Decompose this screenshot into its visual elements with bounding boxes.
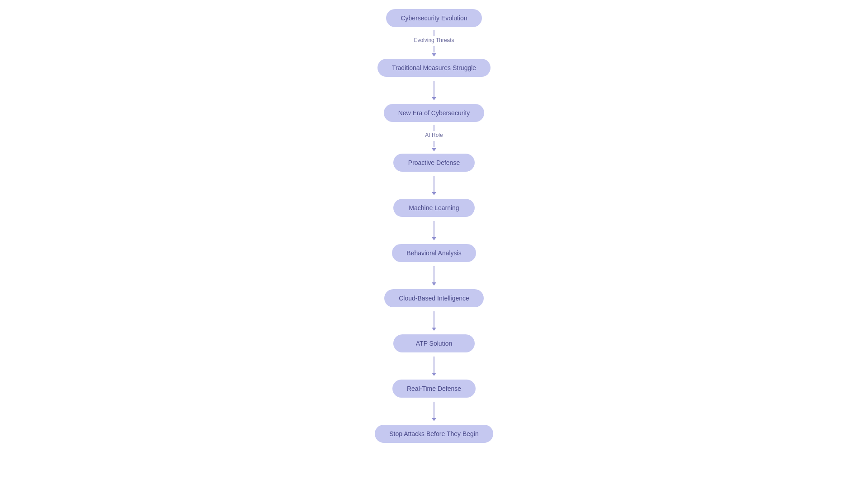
node-proactive-defense: Proactive Defense: [393, 154, 475, 172]
line-8: [434, 357, 434, 373]
connector-5: [432, 217, 436, 244]
line-1a: [434, 30, 434, 36]
line-2: [434, 81, 434, 97]
flowchart: Cybersecurity Evolution Evolving Threats…: [344, 0, 524, 452]
node-traditional-measures: Traditional Measures Struggle: [377, 59, 491, 77]
node-cloud-based: Cloud-Based Intelligence: [384, 289, 484, 307]
connector-7: [432, 307, 436, 334]
connector-3: AI Role: [425, 122, 443, 154]
connector-4: [432, 172, 436, 199]
arrow-6: [432, 282, 436, 286]
line-6: [434, 266, 434, 282]
node-new-era: New Era of Cybersecurity: [384, 104, 485, 122]
arrow-3: [432, 148, 436, 151]
connector-label-1: Evolving Threats: [414, 37, 454, 43]
node-cybersecurity-evolution: Cybersecurity Evolution: [386, 9, 481, 27]
node-machine-learning: Machine Learning: [393, 199, 475, 217]
line-5: [434, 221, 434, 237]
arrow-4: [432, 192, 436, 195]
node-stop-attacks: Stop Attacks Before They Begin: [375, 425, 493, 443]
arrow-1: [432, 53, 436, 56]
connector-6: [432, 262, 436, 289]
arrow-9: [432, 418, 436, 421]
line-7: [434, 311, 434, 328]
connector-1: Evolving Threats: [414, 27, 454, 59]
arrow-8: [432, 373, 436, 376]
node-atp-solution: ATP Solution: [393, 334, 475, 352]
connector-2: [432, 77, 436, 104]
arrow-5: [432, 237, 436, 240]
line-9: [434, 402, 434, 418]
line-4: [434, 176, 434, 192]
connector-9: [432, 398, 436, 425]
line-3b: [434, 141, 434, 147]
arrow-2: [432, 97, 436, 100]
connector-8: [432, 352, 436, 380]
line-1b: [434, 46, 434, 52]
node-real-time-defense: Real-Time Defense: [392, 380, 476, 398]
line-3a: [434, 125, 434, 131]
arrow-7: [432, 328, 436, 331]
connector-label-3: AI Role: [425, 132, 443, 138]
node-behavioral-analysis: Behavioral Analysis: [392, 244, 476, 262]
